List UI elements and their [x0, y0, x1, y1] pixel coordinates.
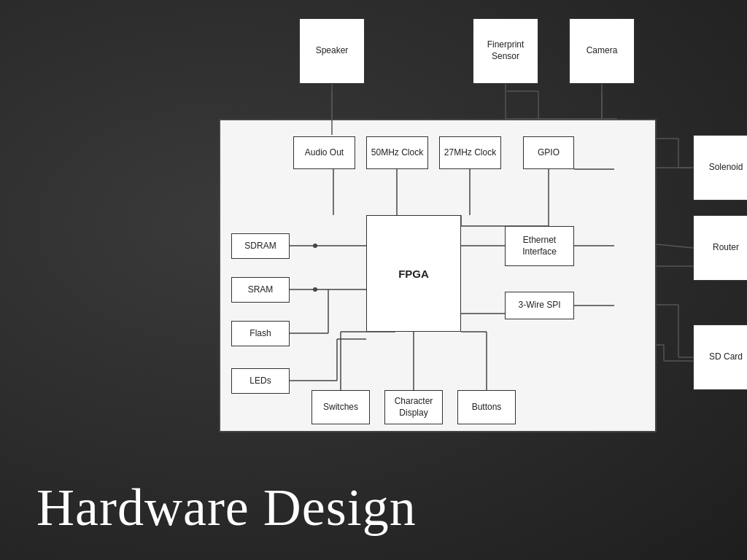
block-sdcard: SD Card [693, 324, 747, 390]
ethernet-label: Ethernet Interface [522, 235, 557, 257]
chardisplay-label: Character Display [395, 396, 433, 419]
block-buttons: Buttons [457, 390, 516, 424]
slide: Hardware Design [0, 0, 747, 560]
slide-title: Hardware Design [36, 478, 417, 538]
block-speaker: Speaker [299, 18, 365, 84]
block-gpio: GPIO [523, 136, 574, 169]
block-ethernet: Ethernet Interface [505, 226, 574, 266]
block-solenoid: Solenoid [693, 135, 747, 201]
block-fingerprint: Finerprint Sensor [473, 18, 538, 84]
svg-line-62 [657, 244, 693, 248]
diagram-wrapper: Speaker Finerprint Sensor Camera Solenoi… [197, 11, 744, 463]
block-flash: Flash [231, 321, 290, 346]
block-camera: Camera [569, 18, 635, 84]
block-router: Router [693, 215, 747, 281]
altera-label: Altera DE2 [224, 106, 272, 117]
block-3wire: 3-Wire SPI [505, 292, 574, 319]
altera-de2-box: Altera DE2 Audio Out 50MHz Clock 27MHz C… [219, 119, 657, 432]
svg-point-32 [313, 244, 317, 248]
block-sdram: SDRAM [231, 233, 290, 259]
block-switches: Switches [311, 390, 370, 424]
block-27mhz: 27MHz Clock [439, 136, 501, 169]
block-leds: LEDs [231, 368, 290, 394]
block-sram: SRAM [231, 277, 290, 303]
block-fpga: FPGA [366, 215, 461, 332]
block-audioout: Audio Out [293, 136, 355, 169]
block-chardisplay: Character Display [384, 390, 443, 424]
fingerprint-label: Finerprint Sensor [487, 39, 525, 62]
block-50mhz: 50MHz Clock [366, 136, 428, 169]
svg-point-34 [313, 287, 317, 292]
